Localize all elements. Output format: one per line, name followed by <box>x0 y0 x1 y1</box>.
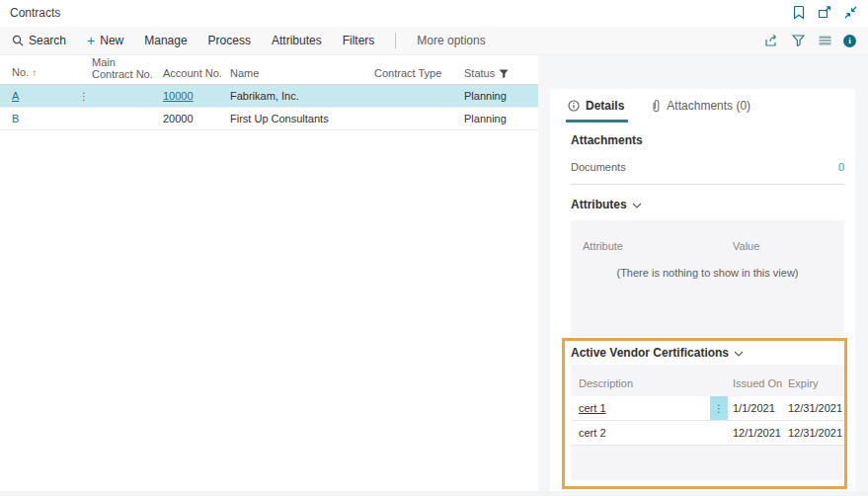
expiry-cell: 12/31/2021 <box>788 396 842 420</box>
status-cell: Planning <box>464 108 507 130</box>
account-no-cell: 20000 <box>163 108 194 130</box>
tab-attachments-label: Attachments (0) <box>667 99 750 113</box>
column-header-main-contract-no[interactable]: Main Contract No. <box>92 56 155 80</box>
documents-count-link[interactable]: 0 <box>838 161 844 173</box>
bottom-edge <box>0 491 868 496</box>
certification-link[interactable]: cert 1 <box>579 396 606 420</box>
name-cell: Fabrikam, Inc. <box>230 85 299 108</box>
documents-field-row: Documents 0 <box>571 147 844 185</box>
attribute-column-header: Attribute <box>583 240 623 252</box>
table-row[interactable]: cert 2 12/1/2021 12/31/2021 <box>571 421 844 446</box>
titlebar-icons <box>791 3 858 21</box>
search-label: Search <box>29 34 66 47</box>
table-row[interactable]: cert 1 ⋮ 1/1/2021 12/31/2021 <box>571 396 844 421</box>
column-header-no[interactable]: No. ↑ <box>12 66 37 79</box>
filter-icon[interactable] <box>790 33 806 48</box>
status-cell: Planning <box>464 85 507 108</box>
factbox-pane: Details Attachments (0) Attachments Docu… <box>538 55 868 496</box>
column-header-contract-type[interactable]: Contract Type <box>374 67 441 79</box>
certifications-section-heading: Active Vendor Certifications <box>571 346 844 360</box>
list-header-row: No. ↑ Main Contract No. Account No. Name… <box>0 55 538 85</box>
search-icon <box>12 35 24 46</box>
attributes-empty-table: Attribute Value (There is nothing to sho… <box>571 220 844 337</box>
attachments-section-heading: Attachments <box>571 133 844 147</box>
paperclip-icon <box>652 99 661 113</box>
status-filter-active-icon <box>499 69 509 79</box>
contracts-list: No. ↑ Main Contract No. Account No. Name… <box>0 55 538 496</box>
contracts-page: Contracts Search + New Manage <box>0 0 868 496</box>
certifications-header-row: Description Issued On Expiry <box>571 365 844 396</box>
issued-on-cell: 1/1/2021 <box>733 396 775 420</box>
bookmark-icon[interactable] <box>791 3 807 21</box>
content-area: No. ↑ Main Contract No. Account No. Name… <box>0 55 868 496</box>
process-label: Process <box>208 34 251 47</box>
row-ellipsis-button[interactable]: ⋮ <box>710 396 728 420</box>
certifications-table: Description Issued On Expiry cert 1 ⋮ 1/… <box>571 365 844 480</box>
description-column-header: Description <box>579 377 633 389</box>
search-button[interactable]: Search <box>12 34 66 47</box>
sort-ascending-icon: ↑ <box>32 67 37 78</box>
page-title: Contracts <box>10 6 60 20</box>
table-row[interactable]: A ⋮ 10000 Fabrikam, Inc. Planning <box>0 85 538 108</box>
contract-no-link[interactable]: A <box>12 85 19 108</box>
action-bar: Search + New Manage Process Attributes F… <box>0 27 868 55</box>
filters-menu[interactable]: Filters <box>343 34 375 47</box>
column-header-account-no[interactable]: Account No. <box>163 67 222 79</box>
table-row[interactable]: B 20000 First Up Consultants Planning <box>0 108 538 130</box>
column-header-name[interactable]: Name <box>230 67 259 79</box>
certification-cell: cert 2 <box>579 421 606 445</box>
chevron-down-icon[interactable] <box>632 203 642 208</box>
open-in-new-window-icon[interactable] <box>817 3 832 21</box>
manage-label: Manage <box>144 34 187 47</box>
name-cell: First Up Consultants <box>230 108 329 130</box>
documents-label: Documents <box>571 161 626 173</box>
contract-no-link[interactable]: B <box>12 108 19 130</box>
row-ellipsis-icon[interactable]: ⋮ <box>79 85 89 108</box>
attributes-label: Attributes <box>272 34 322 47</box>
info-pane-toggle-icon[interactable]: i <box>843 35 856 47</box>
attributes-section-heading: Attributes <box>571 198 844 211</box>
titlebar: Contracts <box>0 0 868 27</box>
factbox-card: Details Attachments (0) Attachments Docu… <box>550 89 855 496</box>
details-info-icon <box>568 100 580 112</box>
more-options-label: More options <box>417 34 485 47</box>
active-vendor-certifications-section: Active Vendor Certifications Description… <box>562 338 847 489</box>
new-button[interactable]: + New <box>87 34 123 47</box>
chevron-down-icon[interactable] <box>734 351 744 357</box>
collapse-pane-icon[interactable] <box>842 3 858 21</box>
expiry-cell: 12/31/2021 <box>788 421 842 445</box>
factbox-tabs: Details Attachments (0) <box>566 96 844 123</box>
issued-on-column-header: Issued On <box>733 377 782 389</box>
more-options-button[interactable]: More options <box>417 34 485 47</box>
empty-view-message: (There is nothing to show in this view) <box>571 267 844 279</box>
view-layout-icon[interactable] <box>817 33 832 48</box>
share-icon[interactable] <box>763 33 779 48</box>
toolbar-divider <box>395 33 396 48</box>
value-column-header: Value <box>733 240 759 252</box>
account-no-link[interactable]: 10000 <box>163 85 194 108</box>
issued-on-cell: 12/1/2021 <box>733 421 781 445</box>
attributes-menu[interactable]: Attributes <box>272 34 322 47</box>
process-menu[interactable]: Process <box>208 34 251 47</box>
tab-attachments[interactable]: Attachments (0) <box>650 96 754 123</box>
expiry-column-header: Expiry <box>788 377 819 389</box>
new-label: New <box>100 34 123 47</box>
plus-icon: + <box>87 35 95 46</box>
filters-label: Filters <box>343 34 375 47</box>
toolbar-right-icons: i <box>763 33 856 48</box>
tab-details-label: Details <box>586 99 624 113</box>
column-header-status[interactable]: Status <box>464 67 509 79</box>
tab-details[interactable]: Details <box>566 96 628 123</box>
manage-menu[interactable]: Manage <box>144 34 187 47</box>
